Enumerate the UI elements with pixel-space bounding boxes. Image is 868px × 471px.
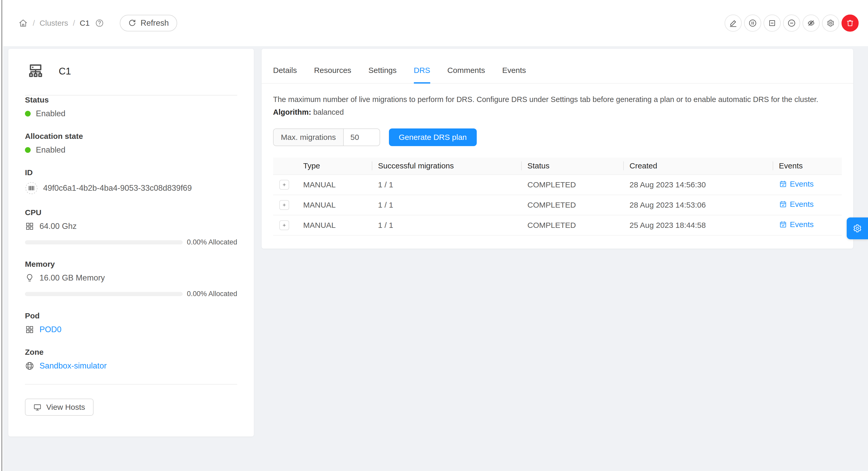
breadcrumb-current: C1: [80, 19, 90, 28]
max-migrations-label: Max. migrations: [274, 129, 344, 145]
disable-button[interactable]: [783, 14, 800, 32]
view-hosts-button[interactable]: View Hosts: [25, 399, 94, 416]
home-icon[interactable]: [18, 18, 28, 28]
tab-events[interactable]: Events: [502, 66, 526, 83]
drs-form: Max. migrations Generate DRS plan: [273, 129, 842, 146]
breadcrumb: / Clusters / C1 Refresh: [18, 15, 177, 31]
expand-row-button[interactable]: [279, 200, 289, 210]
settings-button[interactable]: [822, 14, 839, 32]
tab-comments[interactable]: Comments: [447, 66, 485, 83]
id-value: 49f0c6a1-4b2b-4ba4-9053-33c08d839f69: [43, 183, 192, 193]
pencil-icon: [729, 19, 738, 28]
tab-drs[interactable]: DRS: [414, 66, 430, 83]
cell-migrations: 1 / 1: [372, 195, 521, 215]
memory-value: 16.00 GB Memory: [39, 273, 105, 282]
cell-type: MANUAL: [297, 175, 372, 195]
cluster-name: C1: [59, 66, 71, 77]
cell-type: MANUAL: [297, 215, 372, 235]
cell-status: COMPLETED: [521, 215, 623, 235]
tab-settings[interactable]: Settings: [368, 66, 397, 83]
breadcrumb-separator: /: [73, 19, 75, 28]
expand-row-button[interactable]: [279, 180, 289, 190]
table-row: MANUAL 1 / 1 COMPLETED 25 Aug 2023 18:44…: [273, 215, 842, 235]
algorithm-label: Algorithm:: [273, 108, 311, 116]
tab-resources[interactable]: Resources: [314, 66, 351, 83]
status-dot: [25, 111, 31, 116]
gear-icon: [826, 19, 835, 28]
table-row: MANUAL 1 / 1 COMPLETED 28 Aug 2023 14:53…: [273, 195, 842, 215]
square-minus-icon: [768, 19, 777, 28]
cell-status: COMPLETED: [521, 175, 623, 195]
cell-migrations: 1 / 1: [372, 175, 521, 195]
grid-icon: [25, 222, 34, 231]
calendar-check-icon: [779, 220, 787, 229]
allocation-dot: [25, 147, 31, 153]
view-hosts-label: View Hosts: [46, 403, 85, 411]
cell-created: 28 Aug 2023 14:53:06: [623, 195, 773, 215]
pod-section: Pod POD0: [25, 311, 237, 334]
memory-allocated: 0.00% Allocated: [187, 290, 237, 298]
cell-migrations: 1 / 1: [372, 215, 521, 235]
delete-button[interactable]: [841, 14, 859, 32]
barcode-copy-icon[interactable]: [25, 182, 38, 195]
cell-status: COMPLETED: [521, 195, 623, 215]
row-events-link[interactable]: Events: [779, 220, 814, 229]
status-value: Enabled: [36, 109, 65, 118]
cpu-allocated: 0.00% Allocated: [187, 238, 237, 246]
minus-circle-icon: [787, 19, 796, 28]
status-label: Status: [25, 96, 237, 104]
window-edge-bar: [1, 0, 2, 471]
eye-slash-icon: [807, 19, 815, 28]
cell-created: 28 Aug 2023 14:56:30: [623, 175, 773, 195]
zone-section: Zone Sandbox-simulator: [25, 348, 237, 371]
plus-icon: [281, 223, 287, 228]
pod-label: Pod: [25, 311, 237, 320]
column-header-type: Type: [297, 158, 372, 175]
max-migrations-group: Max. migrations: [273, 129, 380, 146]
hide-button[interactable]: [803, 14, 820, 32]
status-section: Status Enabled: [25, 96, 237, 118]
pause-circle-icon: [748, 19, 757, 28]
refresh-label: Refresh: [141, 19, 169, 28]
memory-section: Memory 16.00 GB Memory 0.00% Allocated: [25, 260, 237, 298]
allocation-section: Allocation state Enabled: [25, 132, 237, 155]
edit-button[interactable]: [724, 14, 742, 32]
allocation-label: Allocation state: [25, 132, 237, 141]
cpu-section: CPU 64.00 Ghz 0.00% Allocated: [25, 208, 237, 246]
header-actions: [724, 14, 859, 32]
expand-row-button[interactable]: [279, 220, 289, 230]
column-header-events: Events: [773, 158, 842, 175]
unmanage-button[interactable]: [764, 14, 781, 32]
breadcrumb-separator: /: [33, 19, 35, 28]
breadcrumb-clusters[interactable]: Clusters: [39, 19, 68, 28]
id-section: ID 49f0c6a1-4b2b-4ba4-9053-33c08d839f69: [25, 168, 237, 195]
generate-drs-plan-button[interactable]: Generate DRS plan: [389, 129, 477, 146]
tab-details[interactable]: Details: [273, 66, 297, 83]
algorithm-value: balanced: [313, 108, 344, 116]
cell-type: MANUAL: [297, 195, 372, 215]
refresh-button[interactable]: Refresh: [120, 15, 177, 31]
zone-link[interactable]: Sandbox-simulator: [39, 361, 106, 371]
row-events-link[interactable]: Events: [779, 179, 814, 189]
help-icon[interactable]: [95, 19, 104, 28]
drs-description: The maximum number of live migrations to…: [273, 94, 842, 105]
cpu-label: CPU: [25, 208, 237, 217]
column-header-created: Created: [623, 158, 773, 175]
memory-progress: 0.00% Allocated: [25, 290, 237, 298]
top-header: / Clusters / C1 Refresh: [0, 0, 868, 46]
cluster-info-card: C1 Status Enabled Allocation state Enabl…: [8, 49, 254, 436]
tabs: DetailsResourcesSettingsDRSCommentsEvent…: [261, 49, 853, 83]
floating-settings-button[interactable]: [847, 217, 868, 239]
pod-link[interactable]: POD0: [39, 325, 61, 334]
max-migrations-input[interactable]: [344, 129, 379, 145]
column-header-status: Status: [521, 158, 623, 175]
pause-button[interactable]: [744, 14, 761, 32]
globe-icon: [25, 361, 34, 371]
bulb-icon: [25, 273, 34, 282]
row-events-link[interactable]: Events: [779, 200, 814, 209]
divider: [25, 384, 237, 384]
memory-label: Memory: [25, 260, 237, 269]
id-label: ID: [25, 168, 237, 177]
cluster-head: C1: [25, 63, 237, 80]
allocation-value: Enabled: [36, 145, 65, 155]
